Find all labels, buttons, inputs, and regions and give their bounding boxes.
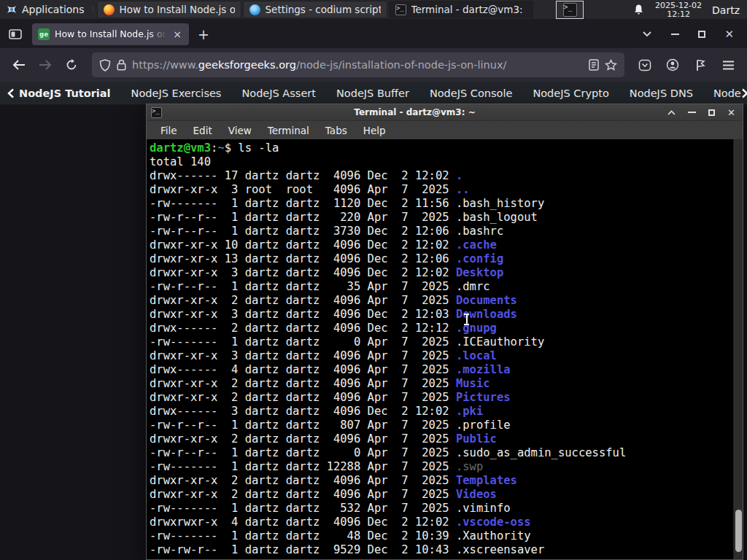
user-menu[interactable]: Dartz <box>712 4 741 16</box>
gfg-favicon: ge <box>38 28 50 40</box>
file-name: .pki <box>456 405 483 418</box>
window-close-button[interactable]: ✕ <box>724 28 734 41</box>
url-domain: geeksforgeeks.org <box>198 59 296 71</box>
file-meta: drwxr-xr-x 2 dartz dartz 4096 Apr 7 2025 <box>150 377 456 390</box>
file-meta: -rw-r--r-- 1 dartz dartz 807 Apr 7 2025 <box>150 419 456 432</box>
file-meta: drwxr-xr-x 3 dartz dartz 4096 Dec 2 12:0… <box>150 308 456 321</box>
menu-edit[interactable]: Edit <box>187 123 219 138</box>
forward-button[interactable] <box>34 53 57 77</box>
pocket-icon[interactable] <box>633 53 657 77</box>
file-meta: -rw-r--r-- 1 dartz dartz 35 Apr 7 2025 <box>150 280 456 293</box>
back-button[interactable] <box>7 53 31 77</box>
file-name: .cache <box>456 238 497 252</box>
terminal-output-line: -rw-r--r-- 1 dartz dartz 3730 Dec 2 12:0… <box>150 225 733 238</box>
file-meta: drwxr-xr-x 2 dartz dartz 4096 Apr 7 2025 <box>150 294 456 307</box>
clock-time: 12:12 <box>655 10 702 19</box>
applications-menu-button[interactable]: Applications <box>0 0 90 19</box>
terminal-scrollbar[interactable] <box>733 139 743 559</box>
terminal-tray-icon: >_ <box>563 3 577 17</box>
file-name: Documents <box>456 294 517 307</box>
bookmark-star-icon[interactable] <box>605 59 617 71</box>
terminal-screen[interactable]: dartz@vm3:~$ ls -la total 140 drwx------… <box>147 139 733 559</box>
url-bar[interactable]: https://www.geeksforgeeks.org/node-js/in… <box>92 52 624 77</box>
terminal-shade-button[interactable] <box>667 110 676 115</box>
terminal-output-line: -rw-r--r-- 1 dartz dartz 220 Apr 7 2025 … <box>150 211 733 225</box>
account-icon[interactable] <box>661 53 684 77</box>
file-meta: drwxr-xr-x 2 dartz dartz 4096 Apr 7 2025 <box>150 432 456 446</box>
nav-item-dns[interactable]: NodeJS DNS <box>619 88 703 99</box>
file-name: .profile <box>456 419 511 432</box>
distro-logo-icon <box>6 4 18 15</box>
terminal-output-line: -rw-rw-r-- 1 dartz dartz 9529 Dec 2 10:4… <box>150 543 733 557</box>
terminal-output-line: drwxr-xr-x 3 dartz dartz 4096 Apr 7 2025… <box>150 349 733 363</box>
taskbar-button-settings-codium[interactable]: Settings - codium script... <box>243 1 387 18</box>
terminal-output-line: drwxr-xr-x 13 dartz dartz 4096 Dec 2 12:… <box>150 252 733 266</box>
file-meta: -rw-r--r-- 1 dartz dartz 220 Apr 7 2025 <box>150 211 456 224</box>
file-name: .vscode-oss <box>456 516 531 529</box>
browser-tab-active[interactable]: ge How to Install Node.js on × <box>32 23 189 45</box>
window-minimize-button[interactable] <box>671 34 679 35</box>
firefox-view-icon[interactable] <box>4 24 26 44</box>
terminal-maximize-button[interactable] <box>708 109 715 116</box>
extensions-icon[interactable] <box>689 53 712 77</box>
terminal-output-line: drwxr-xr-x 2 dartz dartz 4096 Apr 7 2025… <box>150 294 733 308</box>
file-meta: drwxr-xr-x 2 dartz dartz 4096 Apr 7 2025 <box>150 488 456 501</box>
terminal-titlebar-icon: >_ <box>151 107 162 118</box>
lock-icon[interactable] <box>117 59 126 71</box>
menu-hamburger-icon[interactable] <box>716 53 740 77</box>
menu-help[interactable]: Help <box>357 123 392 138</box>
file-meta: -rw-rw-r-- 1 dartz dartz 9529 Dec 2 10:4… <box>150 543 456 556</box>
taskbar-button-terminal[interactable]: >_ Terminal - dartz@vm3: ~ <box>389 1 533 18</box>
terminal-menubar: File Edit View Terminal Tabs Help <box>147 120 743 139</box>
terminal-close-button[interactable]: ✕ <box>727 107 735 118</box>
file-meta: drwx------ 17 dartz dartz 4096 Dec 2 12:… <box>150 169 456 182</box>
menu-terminal[interactable]: Terminal <box>261 123 316 138</box>
terminal-window: >_ Terminal - dartz@vm3: ~ ✕ File Edit V… <box>146 104 743 560</box>
terminal-output-line: drwxr-xr-x 2 dartz dartz 4096 Apr 7 2025… <box>150 488 733 502</box>
terminal-output-line: -rw------- 1 dartz dartz 48 Dec 2 10:39 … <box>150 529 733 543</box>
nav-item-assert[interactable]: NodeJS Assert <box>231 88 326 99</box>
nav-item-crypto[interactable]: NodeJS Crypto <box>522 88 619 99</box>
prompt-dollar: $ <box>225 141 239 155</box>
file-meta: drwx------ 3 dartz dartz 4096 Dec 2 12:0… <box>150 405 456 418</box>
file-name: . <box>456 169 462 182</box>
file-name: Desktop <box>456 266 503 279</box>
file-meta: drwx------ 4 dartz dartz 4096 Apr 7 2025 <box>150 363 456 376</box>
terminal-output-line: -rw------- 1 dartz dartz 0 Apr 7 2025 .I… <box>150 335 733 349</box>
menu-tabs[interactable]: Tabs <box>319 123 354 138</box>
window-maximize-button[interactable] <box>698 31 705 38</box>
terminal-icon: >_ <box>395 4 407 15</box>
terminal-scrollbar-thumb[interactable] <box>735 510 742 552</box>
command-text: ls -la <box>238 141 279 155</box>
terminal-minimize-button[interactable] <box>688 112 696 113</box>
menu-view[interactable]: View <box>222 123 258 138</box>
file-meta: drwxrwxr-x 4 dartz dartz 4096 Dec 2 12:0… <box>150 516 456 529</box>
terminal-title: Terminal - dartz@vm3: ~ <box>162 107 667 117</box>
nav-item-buffer[interactable]: NodeJS Buffer <box>326 88 419 99</box>
taskbar-button-firefox[interactable]: How to Install Node.js o... <box>97 1 241 18</box>
panel-clock[interactable]: 2025-12-02 12:12 <box>655 1 702 19</box>
menu-file[interactable]: File <box>154 123 184 138</box>
tracking-shield-icon[interactable] <box>99 59 111 71</box>
nav-item-exercises[interactable]: NodeJS Exercises <box>121 88 232 99</box>
terminal-output-line: -rw------- 1 dartz dartz 1120 Dec 2 11:5… <box>150 197 733 211</box>
file-name: .local <box>456 349 497 362</box>
new-tab-button[interactable]: + <box>189 26 218 42</box>
tray-terminal-launcher[interactable]: >_ <box>556 1 584 19</box>
terminal-titlebar[interactable]: >_ Terminal - dartz@vm3: ~ ✕ <box>147 104 743 120</box>
reload-button[interactable] <box>60 53 83 77</box>
notification-bell-icon[interactable] <box>632 4 645 16</box>
reader-view-icon[interactable] <box>589 59 599 71</box>
tab-close-icon[interactable]: × <box>171 28 183 40</box>
nav-item-tutorial[interactable]: NodeJS Tutorial <box>15 88 121 99</box>
nav-scroll-left-icon[interactable] <box>7 88 15 98</box>
terminal-output-line: drwxr-xr-x 2 dartz dartz 4096 Apr 7 2025… <box>150 474 733 488</box>
clock-date: 2025-12-02 <box>655 1 702 10</box>
ls-output: drwx------ 17 dartz dartz 4096 Dec 2 12:… <box>150 169 733 557</box>
nav-item-console[interactable]: NodeJS Console <box>419 88 523 99</box>
prompt-user-host: dartz@vm3 <box>150 141 211 155</box>
nav-item-truncated[interactable]: Node <box>703 88 741 99</box>
list-all-tabs-chevron-icon[interactable] <box>642 31 652 37</box>
nav-scroll-right-icon[interactable] <box>741 88 747 98</box>
terminal-output-line: drwxr-xr-x 2 dartz dartz 4096 Apr 7 2025… <box>150 391 733 405</box>
